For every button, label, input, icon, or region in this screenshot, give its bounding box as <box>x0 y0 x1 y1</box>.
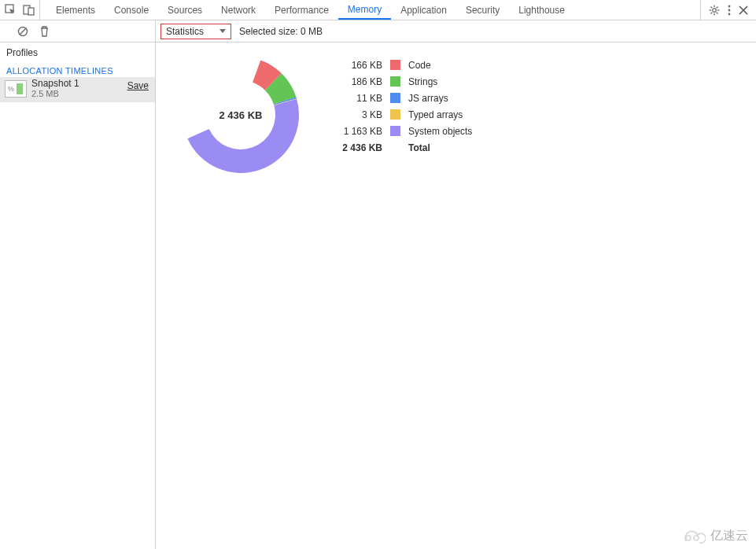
statistics-content: 2 436 KB 166 KBCode186 KBStrings11 KBJS … <box>156 42 756 549</box>
legend-size: 11 KB <box>338 93 382 104</box>
gear-icon[interactable] <box>709 5 720 16</box>
snapshot-icon: % <box>5 80 27 98</box>
memory-toolbar: Statistics Selected size: 0 MB <box>0 20 756 42</box>
svg-rect-2 <box>28 8 34 15</box>
watermark: 亿速云 <box>679 527 748 544</box>
svg-point-14 <box>728 13 731 15</box>
main-area: Profiles ALLOCATION TIMELINES % Snapshot… <box>0 42 756 549</box>
tab-elements[interactable]: Elements <box>46 0 105 20</box>
save-link[interactable]: Save <box>127 80 149 91</box>
topbar-right-icons <box>700 0 756 20</box>
profiles-sidebar: Profiles ALLOCATION TIMELINES % Snapshot… <box>0 42 156 549</box>
legend-size: 166 KB <box>338 60 382 71</box>
svg-point-3 <box>713 8 717 12</box>
tab-network[interactable]: Network <box>212 0 265 20</box>
legend-size: 2 436 KB <box>338 142 382 153</box>
legend-swatch <box>390 60 400 70</box>
view-dropdown-value: Statistics <box>166 26 204 37</box>
profiles-toolbar <box>0 20 156 42</box>
svg-point-18 <box>694 536 699 540</box>
legend-row[interactable]: 11 KBJS arrays <box>338 90 472 106</box>
legend-swatch <box>390 126 400 136</box>
chart-area: 2 436 KB 166 KBCode186 KBStrings11 KBJS … <box>178 52 756 178</box>
svg-point-13 <box>728 9 731 11</box>
svg-line-16 <box>20 28 26 35</box>
legend-label: System objects <box>408 126 472 137</box>
tab-application[interactable]: Application <box>391 0 456 20</box>
snapshot-name: Snapshot 1 <box>31 79 79 89</box>
legend-size: 186 KB <box>338 76 382 87</box>
devtools-tabs: ElementsConsoleSourcesNetworkPerformance… <box>40 0 700 20</box>
donut-chart: 2 436 KB <box>178 52 304 178</box>
inspect-icon[interactable] <box>5 4 17 16</box>
svg-line-8 <box>711 6 713 8</box>
legend-label: Strings <box>408 76 437 87</box>
snapshot-text: Snapshot 1 2.5 MB <box>31 79 79 99</box>
device-toggle-icon[interactable] <box>23 4 35 16</box>
legend-row[interactable]: 166 KBCode <box>338 57 472 73</box>
donut-total-label: 2 436 KB <box>178 52 304 178</box>
tab-sources[interactable]: Sources <box>158 0 212 20</box>
allocation-timelines-header: ALLOCATION TIMELINES <box>0 61 155 77</box>
svg-point-12 <box>728 5 731 7</box>
legend-row-total: 2 436 KBTotal <box>338 139 472 156</box>
chevron-down-icon <box>219 29 226 33</box>
watermark-text: 亿速云 <box>710 528 748 544</box>
tab-lighthouse[interactable]: Lighthouse <box>509 0 574 20</box>
legend-size: 1 163 KB <box>338 126 382 137</box>
svg-line-9 <box>717 12 718 13</box>
view-toolbar: Statistics Selected size: 0 MB <box>156 20 756 42</box>
profiles-header: Profiles <box>0 42 155 61</box>
snapshot-size: 2.5 MB <box>31 89 79 99</box>
legend-swatch <box>390 142 400 153</box>
legend-label: Code <box>408 60 431 71</box>
legend-label: Typed arrays <box>408 109 463 120</box>
svg-line-10 <box>717 6 718 8</box>
selected-size-text: Selected size: 0 MB <box>239 26 323 37</box>
svg-line-11 <box>711 12 713 13</box>
chart-legend: 166 KBCode186 KBStrings11 KBJS arrays3 K… <box>338 57 472 156</box>
kebab-menu-icon[interactable] <box>728 5 731 16</box>
legend-label: Total <box>408 142 430 153</box>
devtools-topbar: ElementsConsoleSourcesNetworkPerformance… <box>0 0 756 20</box>
legend-row[interactable]: 186 KBStrings <box>338 73 472 90</box>
legend-row[interactable]: 1 163 KBSystem objects <box>338 123 472 139</box>
tab-console[interactable]: Console <box>105 0 158 20</box>
legend-swatch <box>390 76 400 87</box>
legend-swatch <box>390 109 400 120</box>
topbar-left-icons <box>0 0 40 20</box>
legend-label: JS arrays <box>408 93 448 104</box>
tab-memory[interactable]: Memory <box>338 0 391 20</box>
tab-performance[interactable]: Performance <box>265 0 338 20</box>
legend-swatch <box>390 93 400 103</box>
legend-size: 3 KB <box>338 109 382 120</box>
legend-row[interactable]: 3 KBTyped arrays <box>338 106 472 123</box>
clear-icon[interactable] <box>17 26 28 37</box>
view-dropdown[interactable]: Statistics <box>160 24 231 39</box>
close-icon[interactable] <box>739 6 748 15</box>
svg-point-17 <box>686 536 691 540</box>
delete-icon[interactable] <box>39 26 50 37</box>
tab-security[interactable]: Security <box>456 0 509 20</box>
snapshot-row[interactable]: % Snapshot 1 2.5 MB Save <box>0 77 155 102</box>
